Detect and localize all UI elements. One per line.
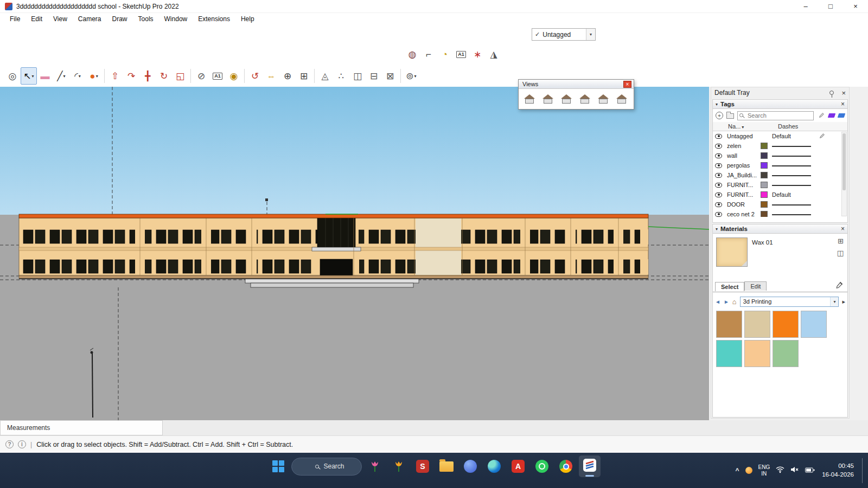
- tag-dash-style[interactable]: Default: [772, 133, 818, 139]
- start-button[interactable]: [267, 455, 289, 477]
- text-tool[interactable]: A1: [209, 67, 226, 85]
- menu-item-tools[interactable]: Tools: [133, 14, 159, 24]
- tag-dash-style[interactable]: Default: [772, 191, 818, 198]
- zoom-tool[interactable]: ⊕: [279, 67, 296, 85]
- tray-close-button[interactable]: ×: [841, 89, 846, 97]
- add-tag-icon[interactable]: +: [716, 112, 723, 119]
- tag-color-swatch[interactable]: [761, 182, 768, 188]
- materials-panel-header[interactable]: ▾ Materials ×: [713, 224, 847, 234]
- material-swatch-brown[interactable]: [716, 311, 742, 338]
- rotate-tool[interactable]: ↻: [156, 67, 172, 85]
- eraser-tool[interactable]: ▬: [37, 67, 53, 85]
- tag-color-swatch[interactable]: [761, 172, 768, 178]
- position-camera-tool[interactable]: ◬: [317, 67, 333, 85]
- offset-tool[interactable]: ◍: [404, 46, 420, 63]
- tag-row[interactable]: pergolas: [713, 160, 847, 170]
- clock[interactable]: 00:45 16-04-2026: [822, 462, 854, 479]
- scale-tool[interactable]: ◱: [172, 67, 188, 85]
- tag-dash-style[interactable]: [772, 143, 818, 149]
- tape-tool[interactable]: ⊘: [193, 67, 209, 85]
- file-explorer-icon[interactable]: [436, 455, 457, 477]
- section-fill-tool[interactable]: ⊟: [366, 67, 382, 85]
- pencil-icon[interactable]: [819, 132, 826, 140]
- secondary-pane-icon[interactable]: ◫: [837, 249, 844, 257]
- tags-close-icon[interactable]: ×: [841, 100, 845, 108]
- active-tag-combobox[interactable]: ✓ Untagged ▾: [532, 28, 596, 41]
- sample-paint-eyedropper-icon[interactable]: [835, 281, 843, 290]
- scrollbar-thumb[interactable]: [843, 133, 846, 190]
- pin-icon[interactable]: [829, 91, 834, 95]
- circle-tool[interactable]: ●▾: [86, 67, 102, 85]
- views-close-button[interactable]: ×: [623, 81, 631, 88]
- visibility-eye-icon[interactable]: [715, 192, 722, 197]
- visibility-eye-icon[interactable]: [715, 153, 722, 158]
- tags-column-header[interactable]: Na...▾ Dashes: [713, 122, 847, 131]
- details-flyout-icon[interactable]: ▸: [842, 298, 845, 305]
- tag-row[interactable]: JA_Buildi...: [713, 170, 847, 180]
- tag-dash-style[interactable]: [772, 211, 818, 217]
- right-view-button[interactable]: [576, 92, 593, 106]
- tag-color-swatch[interactable]: [761, 143, 768, 149]
- volume-muted-icon[interactable]: [790, 466, 799, 476]
- followme-tool[interactable]: ↷: [123, 67, 139, 85]
- section-plane-tool[interactable]: ◫: [349, 67, 366, 85]
- material-swatch-peach[interactable]: [744, 340, 770, 367]
- tags-search-input[interactable]: [737, 111, 814, 120]
- visibility-eye-icon[interactable]: [715, 173, 722, 178]
- tag-row[interactable]: ceco net 2: [713, 209, 847, 217]
- tab-select[interactable]: Select: [715, 282, 744, 291]
- tag-color-swatch[interactable]: [761, 152, 768, 159]
- materials-collection-dropdown[interactable]: 3d Printing ▾: [740, 297, 839, 307]
- collapse-triangle-icon[interactable]: ▾: [716, 102, 718, 107]
- caret-down-icon[interactable]: ▾: [63, 74, 66, 79]
- tab-edit[interactable]: Edit: [744, 281, 767, 291]
- move-tool[interactable]: ╋: [139, 67, 156, 85]
- text-annotation-tool[interactable]: A1: [453, 46, 469, 63]
- caret-down-icon[interactable]: ▾: [79, 74, 81, 79]
- materials-close-icon[interactable]: ×: [841, 225, 845, 233]
- front-view-button[interactable]: [558, 92, 575, 106]
- section-display-tool[interactable]: ⊠: [382, 67, 398, 85]
- tag-color-swatch[interactable]: [761, 162, 768, 169]
- tag-row[interactable]: zelen: [713, 141, 847, 151]
- sandbox-tool[interactable]: ◮: [486, 46, 502, 63]
- tag-row[interactable]: FURNIT...Default: [713, 190, 847, 200]
- menu-item-file[interactable]: File: [4, 14, 25, 24]
- guide-point[interactable]: [265, 198, 268, 201]
- caret-down-icon[interactable]: ▾: [32, 74, 34, 79]
- sketchup-2022-icon[interactable]: S: [412, 455, 433, 477]
- photos-app-icon[interactable]: [459, 455, 481, 477]
- tray-app-icon[interactable]: [745, 467, 752, 474]
- orbit-tool[interactable]: ↺: [247, 67, 263, 85]
- tag-color-swatch[interactable]: [761, 201, 768, 208]
- zoom-extents-tool[interactable]: ⊞: [296, 67, 312, 85]
- caret-down-icon[interactable]: ▾: [96, 74, 98, 79]
- model-viewport[interactable]: [0, 87, 709, 420]
- edge-browser-icon[interactable]: [483, 455, 505, 477]
- arc-tool[interactable]: ◜▾: [69, 67, 86, 85]
- dropdown-caret-icon[interactable]: ▾: [830, 297, 838, 306]
- paint-bucket-tool[interactable]: ◉: [226, 67, 242, 85]
- iso-view-button[interactable]: [521, 92, 538, 106]
- sketchup-pro-active-icon[interactable]: [579, 455, 601, 477]
- visibility-eye-icon[interactable]: [715, 134, 722, 139]
- axes-tool[interactable]: ∗: [469, 46, 486, 63]
- zoom-window-tool[interactable]: ◎: [4, 67, 21, 85]
- tag-color-swatch[interactable]: [761, 191, 768, 198]
- create-material-icon[interactable]: ⊞: [838, 237, 844, 245]
- visibility-eye-icon[interactable]: [715, 202, 722, 207]
- line-tool[interactable]: ╱▾: [53, 67, 69, 85]
- visibility-eye-icon[interactable]: [715, 163, 722, 168]
- top-view-button[interactable]: [539, 92, 556, 106]
- walk-tool[interactable]: ∴: [333, 67, 349, 85]
- tags-scrollbar[interactable]: [841, 132, 847, 216]
- collapse-triangle-icon[interactable]: ▾: [716, 227, 718, 232]
- taskbar-search[interactable]: Search: [291, 458, 362, 476]
- minimize-button[interactable]: –: [793, 0, 818, 12]
- protractor-tool[interactable]: ◔: [437, 46, 453, 63]
- material-swatch-orange[interactable]: [773, 311, 799, 338]
- material-swatch-turquoise[interactable]: [716, 340, 742, 367]
- battery-icon[interactable]: [805, 466, 815, 476]
- menu-item-extensions[interactable]: Extensions: [193, 14, 235, 24]
- tag-dash-style[interactable]: [772, 172, 818, 178]
